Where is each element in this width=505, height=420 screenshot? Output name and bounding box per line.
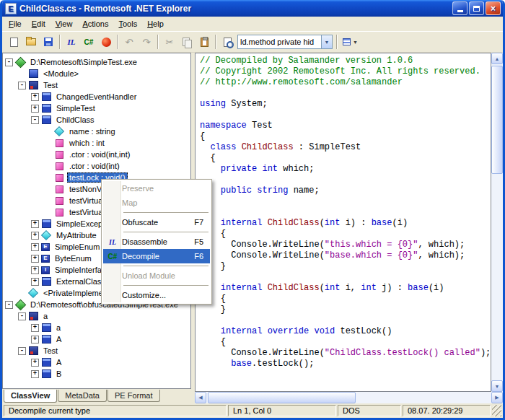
expand-icon[interactable]: + (31, 232, 39, 240)
expand-icon[interactable]: + (31, 93, 39, 101)
menu-tools[interactable]: Tools (113, 17, 142, 30)
filter-dropdown-button[interactable]: ▼ (340, 34, 361, 50)
save-button[interactable] (40, 34, 57, 50)
menu-edit[interactable]: Edit (27, 17, 50, 30)
code-view[interactable]: // Decompiled by Salamander version 1.0.… (195, 53, 491, 392)
menu-item-map[interactable]: Map (103, 196, 210, 210)
resize-grip[interactable] (492, 405, 501, 416)
tree-item[interactable]: +A (3, 356, 190, 368)
collapse-icon[interactable]: - (5, 58, 13, 66)
tree-item[interactable]: +A (3, 333, 190, 345)
vscroll-thumb[interactable] (491, 66, 503, 174)
class-icon (41, 115, 51, 125)
collapse-icon[interactable]: - (5, 301, 13, 309)
tab-pe-format[interactable]: PE Format (107, 390, 160, 402)
vscroll-track[interactable] (491, 64, 503, 380)
expand-icon[interactable]: + (31, 278, 39, 286)
tab-metadata[interactable]: MetaData (58, 390, 107, 402)
search-combo-input[interactable] (238, 35, 321, 48)
menu-help[interactable]: Help (142, 17, 169, 30)
exe-icon (15, 57, 25, 67)
vertical-scrollbar[interactable]: ▲ ▼ (491, 53, 503, 392)
menu-item-preserve[interactable]: Preserve (103, 181, 210, 196)
maximize-button[interactable] (469, 1, 484, 15)
expand-icon[interactable]: + (31, 105, 39, 113)
scroll-left-button[interactable]: ◀ (195, 392, 206, 403)
tab-classview[interactable]: ClassView (4, 390, 57, 403)
hscroll-thumb[interactable] (208, 392, 356, 403)
tree-item[interactable]: -ChildClass (3, 114, 190, 126)
cut-button[interactable]: ✂ (161, 34, 178, 50)
tree-item-label: MyAttribute (54, 230, 99, 240)
csharp-icon: C# (103, 253, 122, 261)
save-icon (44, 38, 53, 46)
tree-item[interactable]: which : int (3, 137, 190, 149)
minimize-button[interactable] (452, 1, 467, 15)
menu-view[interactable]: View (50, 17, 78, 30)
scroll-up-button[interactable]: ▲ (491, 53, 503, 64)
collapse-icon[interactable]: - (31, 116, 39, 124)
expand-icon[interactable]: + (31, 324, 39, 332)
menu-actions[interactable]: Actions (77, 17, 113, 30)
decompile-button[interactable]: C# (80, 34, 97, 50)
close-button[interactable]: × (486, 1, 501, 15)
scroll-right-button[interactable]: ▶ (491, 392, 503, 403)
redo-button[interactable]: ↷ (138, 34, 155, 50)
expand-icon[interactable]: + (31, 370, 39, 378)
tree-item-label: SimpleTest (54, 103, 97, 113)
tree-item[interactable]: .ctor : void(int,int) (3, 149, 190, 160)
app-icon: E (5, 3, 17, 14)
tree-item-label: Test (41, 80, 60, 90)
tree-item[interactable]: .ctor : void(int) (3, 160, 190, 172)
il-icon: IL (68, 38, 76, 46)
disassemble-button[interactable]: IL (63, 34, 80, 50)
toolbar-separator (336, 35, 338, 49)
open-button[interactable] (22, 34, 40, 50)
tree-item[interactable]: <Module> (3, 68, 190, 79)
expand-icon[interactable]: + (31, 266, 39, 274)
combo-dropdown-button[interactable]: ▼ (321, 35, 332, 48)
menu-bar: FileEditViewActionsToolsHelp (2, 17, 503, 32)
expand-icon[interactable]: + (31, 255, 39, 263)
tree-item[interactable]: -D:\Remotesoft\SimpleTest.exe (3, 56, 190, 68)
menu-item-decompile[interactable]: C#DecompileF6 (103, 249, 210, 263)
paste-button[interactable] (196, 34, 213, 50)
code-line: public string name; (200, 185, 491, 196)
tree-item[interactable]: +SimpleTest (3, 102, 190, 114)
tree-item[interactable]: +B (3, 368, 190, 380)
code-line (200, 207, 491, 218)
expand-icon[interactable]: + (31, 359, 39, 367)
tree-item[interactable]: name : string (3, 126, 190, 137)
collapse-icon[interactable]: - (18, 82, 26, 89)
code-line: { (200, 131, 491, 142)
tree-item[interactable]: +a (3, 322, 190, 333)
expand-icon[interactable]: + (31, 243, 39, 251)
collapse-icon[interactable]: - (18, 347, 26, 355)
redo-icon: ↷ (143, 37, 151, 48)
menu-item-customize-[interactable]: Customize... (103, 288, 210, 302)
find-button[interactable] (219, 34, 236, 50)
expand-icon[interactable]: + (31, 220, 39, 228)
obfuscate-button[interactable] (97, 34, 115, 50)
hscroll-track[interactable] (206, 392, 491, 403)
horizontal-scrollbar[interactable]: ◀ ▶ (195, 392, 503, 403)
menu-item-disassemble[interactable]: ILDisassembleF5 (103, 235, 210, 249)
tree-item-label: B (54, 369, 63, 379)
code-line: base.testLock(); (200, 359, 491, 369)
menu-shortcut: F6 (194, 252, 210, 261)
copy-button[interactable] (178, 34, 196, 50)
undo-button[interactable]: ↶ (120, 34, 138, 50)
new-button[interactable] (5, 34, 22, 50)
tree-item-label: A (54, 334, 63, 344)
tree-item[interactable]: -Test (3, 345, 190, 356)
expand-icon[interactable]: + (31, 336, 39, 344)
menu-item-unload-module[interactable]: Unload Module (103, 268, 210, 283)
menu-item-obfuscate[interactable]: ObfuscateF7 (103, 215, 210, 229)
title-bar[interactable]: E ChildClass.cs - Remotesoft .NET Explor… (2, 0, 503, 17)
menu-file[interactable]: File (4, 17, 27, 30)
tree-item[interactable]: -a (3, 310, 190, 322)
tree-item[interactable]: -Test (3, 79, 190, 91)
collapse-icon[interactable]: - (18, 312, 26, 320)
tree-item[interactable]: +ChangedEventHandler (3, 91, 190, 102)
scroll-down-button[interactable]: ▼ (491, 380, 503, 392)
